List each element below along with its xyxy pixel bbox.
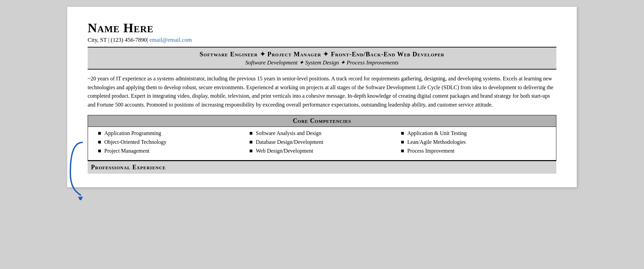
list-item: Software Analysis and Design: [250, 130, 394, 136]
title-sub: Software Development ✦ System Design ✦ P…: [91, 59, 553, 66]
competency-item: Lean/Agile Methodologies: [407, 139, 466, 145]
competency-item: Web Design/Development: [256, 148, 313, 154]
summary-text: ~20 years of IT experience as a systems …: [88, 74, 556, 109]
competency-col-1: Application Programming Object-Oriented …: [95, 130, 246, 157]
bullet-icon: [401, 132, 404, 135]
title-main: Software Engineer ✦ Project Manager ✦ Fr…: [91, 50, 553, 58]
bullet-icon: [250, 150, 252, 152]
competency-item: Project Management: [104, 148, 149, 154]
bullet-icon: [401, 150, 404, 152]
contact-text: City, ST | (123) 456-7890|: [88, 37, 148, 43]
bullet-icon: [98, 132, 101, 135]
email-link[interactable]: email@email.com: [149, 37, 192, 43]
professional-experience-title: Professional Experience: [91, 164, 553, 171]
competencies-grid: Application Programming Object-Oriented …: [88, 127, 556, 160]
list-item: Lean/Agile Methodologies: [401, 139, 546, 145]
competency-col-3: Application & Unit Testing Lean/Agile Me…: [398, 130, 549, 157]
list-item: Database Design/Development: [250, 139, 394, 145]
competency-item: Process Improvement: [407, 148, 454, 154]
bullet-icon: [250, 132, 252, 135]
bullet-icon: [98, 150, 101, 152]
bullet-icon: [98, 141, 101, 143]
competency-item: Database Design/Development: [256, 139, 323, 145]
core-competencies-title: Core Competencies: [88, 115, 556, 127]
annotation-arrow: [69, 139, 87, 200]
bullet-icon: [250, 141, 252, 143]
list-item: Project Management: [98, 148, 243, 154]
competency-item: Application Programming: [104, 130, 161, 136]
resume-name: Name Here: [88, 20, 556, 35]
professional-experience-section: Professional Experience: [88, 160, 556, 174]
competency-col-2: Software Analysis and Design Database De…: [246, 130, 398, 157]
title-bar: Software Engineer ✦ Project Manager ✦ Fr…: [88, 47, 556, 70]
resume-container: Name Here City, ST | (123) 456-7890| ema…: [67, 7, 577, 187]
svg-marker-0: [78, 197, 83, 200]
competency-item: Software Analysis and Design: [256, 130, 321, 136]
list-item: Process Improvement: [401, 148, 546, 154]
core-competencies: Core Competencies Application Programmin…: [88, 115, 556, 160]
contact-line: City, ST | (123) 456-7890| email@email.c…: [88, 37, 556, 43]
competency-item: Application & Unit Testing: [407, 130, 467, 136]
list-item: Application Programming: [98, 130, 243, 136]
list-item: Application & Unit Testing: [401, 130, 546, 136]
list-item: Web Design/Development: [250, 148, 394, 154]
bullet-icon: [401, 141, 404, 143]
competency-item: Object-Oriented Technology: [104, 139, 166, 145]
name-section: Name Here City, ST | (123) 456-7890| ema…: [88, 20, 556, 43]
list-item: Object-Oriented Technology: [98, 139, 243, 145]
